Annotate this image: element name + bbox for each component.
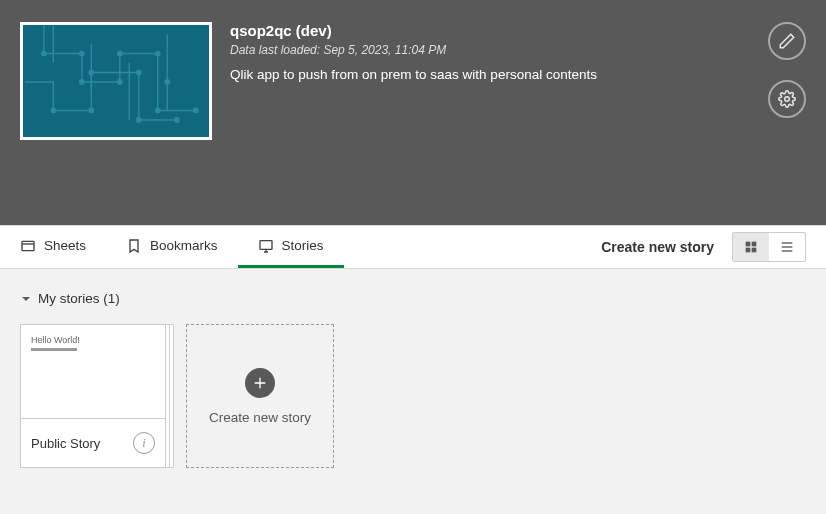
bookmark-icon [126,238,142,254]
view-toggle [732,232,806,262]
plus-icon [252,375,268,391]
svg-point-9 [88,70,94,76]
svg-rect-21 [752,248,757,253]
svg-point-3 [117,79,123,85]
create-story-label: Create new story [209,410,311,425]
svg-point-4 [117,51,123,57]
svg-point-1 [79,51,85,57]
grid-icon [743,239,759,255]
svg-point-7 [51,108,57,114]
stories-row: Hello World! Public Story i Create new s… [20,324,806,468]
app-info: qsop2qc (dev) Data last loaded: Sep 5, 2… [230,22,806,203]
svg-rect-17 [260,240,272,249]
chevron-down-icon [20,293,32,305]
edit-button[interactable] [768,22,806,60]
svg-point-2 [79,79,85,85]
list-view-button[interactable] [769,233,805,261]
svg-point-8 [88,108,94,114]
app-last-loaded: Data last loaded: Sep 5, 2023, 11:04 PM [230,43,806,57]
story-info-button[interactable]: i [133,432,155,454]
svg-point-15 [785,97,790,102]
preview-bar [31,348,77,351]
svg-rect-18 [746,242,751,247]
svg-point-12 [174,117,180,123]
story-title: Public Story [31,436,100,451]
app-description: Qlik app to push from on prem to saas wi… [230,67,806,82]
app-title: qsop2qc (dev) [230,22,806,39]
svg-point-6 [155,108,161,114]
content-area: My stories (1) Hello World! Public Story… [0,269,826,490]
tab-sheets-label: Sheets [44,238,86,253]
svg-point-14 [193,108,199,114]
header-actions [768,22,806,118]
create-story-card[interactable]: Create new story [186,324,334,468]
list-icon [779,239,795,255]
svg-rect-16 [22,241,34,250]
tab-stories[interactable]: Stories [238,226,344,268]
tabs-bar: Sheets Bookmarks Stories Create new stor… [0,225,826,269]
stories-icon [258,238,274,254]
svg-point-5 [155,51,161,57]
tab-bookmarks-label: Bookmarks [150,238,218,253]
svg-point-0 [41,51,47,57]
svg-rect-20 [746,248,751,253]
create-story-link[interactable]: Create new story [601,239,714,255]
tab-sheets[interactable]: Sheets [0,226,106,268]
svg-rect-23 [782,246,793,247]
svg-rect-24 [782,250,793,251]
story-preview: Hello World! [21,325,165,419]
svg-point-13 [164,79,170,85]
sheets-icon [20,238,36,254]
my-stories-label: My stories (1) [38,291,120,306]
svg-point-10 [136,70,142,76]
settings-button[interactable] [768,80,806,118]
gear-icon [778,90,796,108]
plus-circle [245,368,275,398]
story-card[interactable]: Hello World! Public Story i [20,324,166,468]
app-header: qsop2qc (dev) Data last loaded: Sep 5, 2… [0,0,826,225]
tab-bookmarks[interactable]: Bookmarks [106,226,238,268]
story-preview-text: Hello World! [31,335,155,345]
tab-stories-label: Stories [282,238,324,253]
svg-rect-19 [752,242,757,247]
svg-point-11 [136,117,142,123]
tabs-right: Create new story [601,232,806,262]
pencil-icon [778,32,796,50]
svg-rect-22 [782,242,793,243]
story-footer: Public Story i [21,419,165,467]
network-pattern-icon [23,25,209,137]
grid-view-button[interactable] [733,233,769,261]
my-stories-header[interactable]: My stories (1) [20,291,806,306]
app-thumbnail [20,22,212,140]
